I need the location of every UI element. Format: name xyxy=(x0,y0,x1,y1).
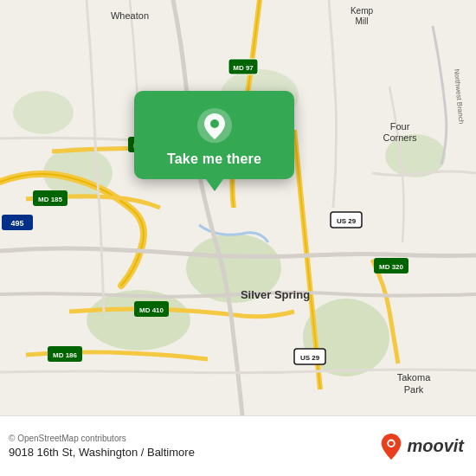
svg-text:MD 410: MD 410 xyxy=(139,306,164,314)
navigate-popup[interactable]: Take me there xyxy=(134,91,294,179)
svg-text:Kemp: Kemp xyxy=(351,6,374,16)
moovit-pin-icon xyxy=(379,432,403,461)
svg-point-7 xyxy=(13,91,74,134)
svg-point-2 xyxy=(87,290,190,351)
svg-text:US 29: US 29 xyxy=(337,217,357,225)
svg-text:MD 97: MD 97 xyxy=(233,64,254,72)
svg-text:Mill: Mill xyxy=(356,16,369,26)
svg-text:Takoma: Takoma xyxy=(397,372,431,383)
address-text: 9018 16th St, Washington / Baltimore xyxy=(9,446,195,459)
svg-point-39 xyxy=(389,441,395,446)
take-me-there-button-label: Take me there xyxy=(167,151,261,167)
moovit-logo: moovit xyxy=(379,432,464,461)
copyright-text: © OpenStreetMap contributors xyxy=(9,434,195,443)
svg-text:Silver Spring: Silver Spring xyxy=(241,288,310,301)
svg-text:Corners: Corners xyxy=(383,132,417,143)
svg-text:495: 495 xyxy=(10,219,23,228)
map-view: 495 MD 97 MD 192 MD 185 US 29 US 29 MD 4… xyxy=(0,0,476,415)
svg-text:MD 185: MD 185 xyxy=(38,196,63,203)
map-svg: 495 MD 97 MD 192 MD 185 US 29 US 29 MD 4… xyxy=(0,0,476,415)
svg-point-37 xyxy=(210,119,219,128)
bottom-bar: © OpenStreetMap contributors 9018 16th S… xyxy=(0,415,476,476)
svg-text:MD 320: MD 320 xyxy=(379,263,404,271)
svg-text:Park: Park xyxy=(404,384,424,395)
address-section: © OpenStreetMap contributors 9018 16th S… xyxy=(9,434,195,459)
svg-text:Wheaton: Wheaton xyxy=(111,10,149,21)
moovit-brand-label: moovit xyxy=(407,436,464,456)
svg-text:MD 186: MD 186 xyxy=(53,351,78,359)
location-pin-icon xyxy=(196,106,234,145)
svg-text:US 29: US 29 xyxy=(300,354,320,362)
svg-text:Four: Four xyxy=(390,121,410,132)
